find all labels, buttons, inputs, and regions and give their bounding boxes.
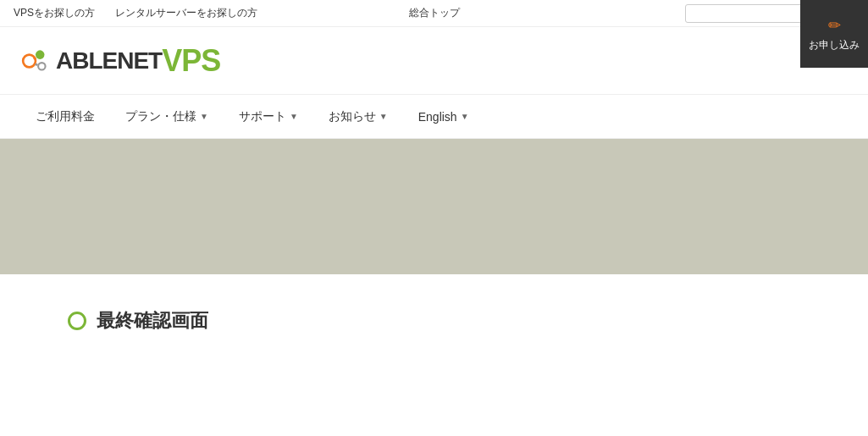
section-title-text: 最終確認画面: [97, 308, 208, 334]
svg-point-4: [35, 63, 37, 65]
nav-item-support[interactable]: サポート ▼: [224, 95, 313, 139]
nav-item-news[interactable]: お知らせ ▼: [313, 95, 403, 139]
nav-item-pricing[interactable]: ご利用料金: [20, 95, 110, 139]
top-bar: VPSをお探しの方 レンタルサーバーをお探しの方 総合トップ 検索: [0, 0, 868, 27]
nav-news-label: お知らせ: [329, 109, 376, 124]
logo-ablenet-text: ABLENET: [56, 47, 162, 75]
chevron-down-icon: ▼: [200, 112, 208, 121]
nav-english-label: English: [418, 110, 457, 124]
top-bar-links: VPSをお探しの方 レンタルサーバーをお探しの方: [14, 6, 665, 20]
nav-item-english[interactable]: English ▼: [403, 95, 484, 139]
chevron-down-icon: ▼: [290, 112, 298, 121]
logo-icon: [20, 45, 56, 77]
section-title: 最終確認画面: [68, 308, 800, 334]
apply-label: お申し込み: [809, 38, 860, 52]
search-input[interactable]: [685, 4, 804, 23]
svg-point-2: [38, 63, 45, 69]
logo-area: ABLENET VPS: [0, 27, 868, 95]
top-center-link[interactable]: 総合トップ: [409, 6, 460, 20]
chevron-down-icon: ▼: [379, 112, 388, 121]
nav-plan-label: プラン・仕様: [125, 109, 196, 124]
nav-bar: ご利用料金 プラン・仕様 ▼ サポート ▼ お知らせ ▼ English ▼: [0, 95, 868, 139]
hero-banner: [0, 139, 868, 274]
rental-server-link[interactable]: レンタルサーバーをお探しの方: [115, 6, 257, 20]
svg-point-3: [33, 57, 36, 59]
logo-vps-text: VPS: [162, 43, 220, 79]
nav-item-plan[interactable]: プラン・仕様 ▼: [110, 95, 224, 139]
nav-pricing-label: ご利用料金: [36, 109, 95, 124]
chevron-down-icon: ▼: [461, 112, 469, 121]
section-title-icon: [68, 312, 86, 330]
vps-link[interactable]: VPSをお探しの方: [14, 6, 95, 20]
main-content: 最終確認画面: [0, 274, 868, 367]
pencil-icon: ✏: [828, 16, 841, 35]
svg-point-1: [36, 50, 45, 59]
svg-point-0: [23, 54, 36, 67]
nav-support-label: サポート: [239, 109, 286, 124]
logo-link[interactable]: ABLENET VPS: [20, 43, 220, 79]
apply-sidebar-button[interactable]: ✏ お申し込み: [800, 0, 868, 68]
